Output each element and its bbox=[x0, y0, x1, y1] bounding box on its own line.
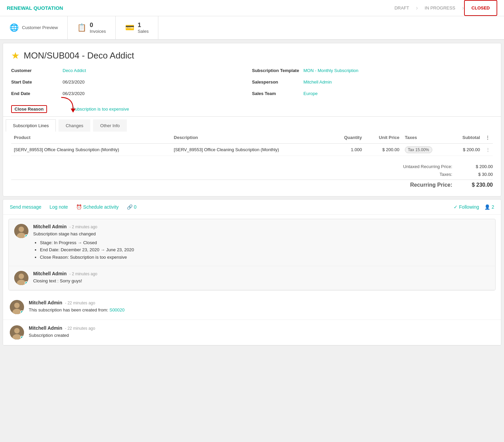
favorite-star[interactable]: ★ bbox=[11, 50, 20, 61]
following-button[interactable]: ✓ Following bbox=[454, 204, 479, 210]
row-taxes: Tax 15.00% bbox=[402, 144, 450, 156]
status-bar: DRAFT › IN PROGRESS › CLOSED bbox=[388, 0, 497, 16]
log-note-button[interactable]: Log note bbox=[49, 204, 68, 210]
message-header-2: Mitchell Admin - 2 minutes ago bbox=[33, 271, 490, 276]
status-draft[interactable]: DRAFT bbox=[388, 1, 416, 15]
tab-other-info[interactable]: Other Info bbox=[93, 119, 127, 132]
send-message-button[interactable]: Send message bbox=[10, 204, 41, 210]
message-time-3: - 22 minutes ago bbox=[65, 301, 95, 305]
customer-preview-button[interactable]: 🌐 Customer Preview bbox=[0, 16, 68, 39]
message-list-items-1: Stage: In Progress → Closed End Date: De… bbox=[40, 239, 490, 261]
invoice-icon: 📋 bbox=[77, 23, 86, 32]
salesperson-label: Salesperson bbox=[252, 79, 299, 85]
tab-changes[interactable]: Changes bbox=[59, 119, 90, 132]
salesperson-value[interactable]: Mitchell Admin bbox=[303, 79, 332, 85]
taxes-row: Taxes: $ 30.00 bbox=[11, 170, 493, 178]
invoices-button[interactable]: 📋 0 Invoices bbox=[68, 16, 116, 39]
invoices-count: 0 bbox=[90, 22, 106, 29]
col-product: Product bbox=[11, 132, 171, 144]
avatar-4 bbox=[10, 325, 24, 340]
col-description: Description bbox=[171, 132, 331, 144]
sales-button[interactable]: 💳 1 Sales bbox=[116, 16, 159, 39]
followers-count[interactable]: 👤 2 bbox=[484, 204, 494, 210]
row-unit-price: $ 200.00 bbox=[365, 144, 402, 156]
row-product: [SERV_89553] Office Cleaning Subscriptio… bbox=[11, 144, 171, 156]
message-author-1: Mitchell Admin bbox=[33, 224, 67, 229]
list-item: Close Reason: Subscription is too expens… bbox=[40, 254, 490, 261]
page-title: RENEWAL QUOTATION bbox=[7, 5, 388, 11]
right-fields: Subscription Template MON - Monthly Subs… bbox=[252, 68, 493, 100]
list-item: End Date: December 23, 2020 → June 23, 2… bbox=[40, 247, 490, 253]
row-quantity: 1.000 bbox=[331, 144, 365, 156]
col-actions-header: ⋮ bbox=[483, 132, 493, 144]
subscription-template-row: Subscription Template MON - Monthly Subs… bbox=[252, 68, 493, 77]
people-icon: 👤 bbox=[484, 204, 490, 210]
message-body-4: Subscription created bbox=[29, 332, 494, 339]
top-bar: RENEWAL QUOTATION DRAFT › IN PROGRESS › … bbox=[0, 0, 504, 16]
start-date-label: Start Date bbox=[11, 79, 59, 85]
start-date-field-row: Start Date 06/23/2020 bbox=[11, 79, 252, 88]
row-description: [SERV_89553] Office Cleaning Subscriptio… bbox=[171, 144, 331, 156]
schedule-activity-button[interactable]: ⏰ Schedule activity bbox=[76, 204, 119, 210]
message-body-3: This subscription has been created from:… bbox=[29, 307, 494, 313]
row-actions[interactable]: ⋮ bbox=[483, 144, 493, 156]
highlighted-messages: Mitchell Admin - 2 minutes ago Subscript… bbox=[8, 219, 496, 290]
message-content-3: Mitchell Admin - 22 minutes ago This sub… bbox=[29, 300, 494, 314]
smart-buttons: 🌐 Customer Preview 📋 0 Invoices 💳 1 Sale… bbox=[0, 16, 504, 40]
main-form: ★ MON/SUB004 - Deco Addict Customer Deco… bbox=[3, 43, 501, 196]
status-arrow-2: › bbox=[462, 4, 464, 11]
message-header-3: Mitchell Admin - 22 minutes ago bbox=[29, 300, 494, 305]
message-list: Mitchell Admin - 2 minutes ago Subscript… bbox=[3, 219, 501, 345]
taxes-value: $ 30.00 bbox=[466, 172, 493, 177]
paperclip-icon: 🔗 bbox=[127, 204, 133, 210]
customer-value[interactable]: Deco Addict bbox=[63, 68, 86, 73]
attachment-button[interactable]: 🔗 0 bbox=[127, 204, 137, 210]
message-author-2: Mitchell Admin bbox=[33, 271, 67, 276]
message-header-4: Mitchell Admin - 22 minutes ago bbox=[29, 325, 494, 331]
sales-label: Sales bbox=[138, 29, 149, 34]
close-reason-label: Close Reason bbox=[11, 105, 47, 113]
customer-field-row: Customer Deco Addict bbox=[11, 68, 252, 77]
svg-point-5 bbox=[19, 274, 24, 279]
subscription-lines-table: Product Description Quantity Unit Price … bbox=[11, 132, 493, 156]
message-content-1: Mitchell Admin - 2 minutes ago Subscript… bbox=[33, 224, 490, 261]
tax-badge: Tax 15.00% bbox=[405, 146, 432, 153]
checkmark-icon: ✓ bbox=[454, 204, 458, 210]
sales-team-row: Sales Team Europe bbox=[252, 91, 493, 100]
s00020-link[interactable]: S00020 bbox=[109, 307, 124, 312]
customer-preview-label: Customer Preview bbox=[22, 25, 58, 31]
clock-icon: ⏰ bbox=[76, 204, 82, 210]
total-value: $ 230.00 bbox=[466, 182, 493, 188]
close-reason-value[interactable]: Subscription is too expensive bbox=[72, 107, 129, 112]
avatar-3 bbox=[10, 300, 24, 314]
total-label: Recurring Price: bbox=[385, 182, 452, 188]
tab-subscription-lines[interactable]: Subscription Lines bbox=[6, 119, 56, 132]
subscription-template-value[interactable]: MON - Monthly Subscription bbox=[303, 68, 359, 73]
sales-count: 1 bbox=[138, 22, 149, 29]
table-row: [SERV_89553] Office Cleaning Subscriptio… bbox=[11, 144, 493, 156]
message-body-2: Closing text : Sorry guys! bbox=[33, 278, 490, 284]
globe-icon: 🌐 bbox=[9, 23, 19, 32]
message-content-2: Mitchell Admin - 2 minutes ago Closing t… bbox=[33, 271, 490, 285]
left-fields: Customer Deco Addict Start Date 06/23/20… bbox=[11, 68, 252, 100]
message-item-1: Mitchell Admin - 2 minutes ago Subscript… bbox=[9, 219, 495, 266]
summary-section: Untaxed Recurring Price: $ 200.00 Taxes:… bbox=[3, 163, 501, 196]
form-header: ★ MON/SUB004 - Deco Addict bbox=[3, 43, 501, 65]
message-header-1: Mitchell Admin - 2 minutes ago bbox=[33, 224, 490, 229]
message-time-4: - 22 minutes ago bbox=[65, 326, 95, 331]
online-indicator-4 bbox=[20, 336, 24, 339]
message-item-3: Mitchell Admin - 22 minutes ago This sub… bbox=[3, 295, 501, 320]
invoices-info: 0 Invoices bbox=[90, 22, 106, 34]
sales-team-value[interactable]: Europe bbox=[303, 91, 318, 96]
table-container: Product Description Quantity Unit Price … bbox=[3, 132, 501, 163]
message-time-1: - 2 minutes ago bbox=[69, 225, 97, 229]
online-indicator-1 bbox=[25, 234, 28, 238]
status-closed[interactable]: CLOSED bbox=[464, 0, 497, 16]
subscription-template-label: Subscription Template bbox=[252, 68, 299, 73]
status-in-progress[interactable]: IN PROGRESS bbox=[418, 1, 462, 15]
col-unit-price: Unit Price bbox=[365, 132, 402, 144]
untaxed-value: $ 200.00 bbox=[466, 164, 493, 169]
message-time-2: - 2 minutes ago bbox=[69, 272, 97, 276]
end-date-label: End Date bbox=[11, 91, 59, 96]
end-date-field-row: End Date 06/23/2020 bbox=[11, 91, 252, 100]
